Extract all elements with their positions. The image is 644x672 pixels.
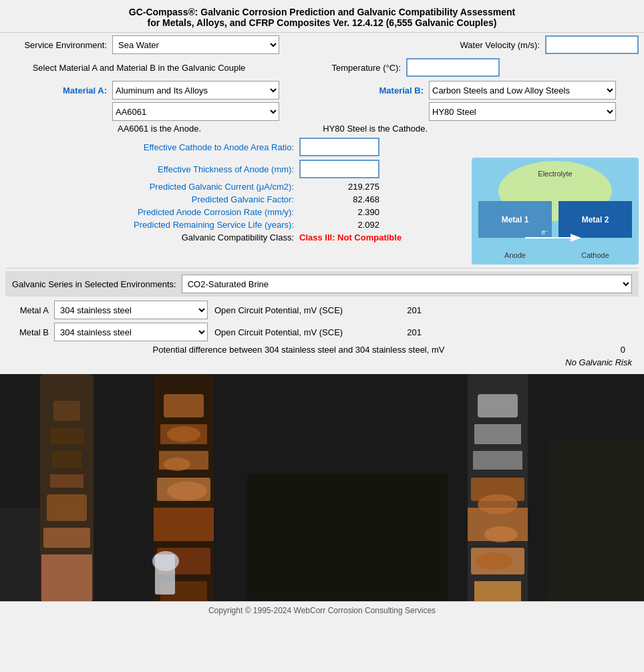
material-select-label: Select Material A and Material B in the … <box>5 63 273 73</box>
svg-text:e⁻: e⁻ <box>542 228 549 236</box>
thickness-row: Effective Thickness of Anode (mm): 5.000 <box>5 160 465 178</box>
no-galvanic-risk: No Galvanic Risk <box>5 357 639 367</box>
galvanic-factor-row: Predicted Galvanic Factor: 82.468 <box>5 194 465 204</box>
material-b-label: Material B: <box>322 86 429 96</box>
metal-a-label: Metal A <box>12 305 49 315</box>
anode-diagram-label: Anode <box>504 251 526 259</box>
galvanic-current-row: Predicted Galvanic Current (μA/cm2): 219… <box>5 182 465 192</box>
remaining-life-row: Predicted Remaining Service Life (years)… <box>5 220 465 230</box>
svg-point-23 <box>167 426 200 442</box>
svg-rect-39 <box>0 508 40 601</box>
svg-rect-10 <box>52 451 82 468</box>
header: GC-Compass®: Galvanic Corrosion Predicti… <box>0 0 644 33</box>
material-a-category-select[interactable]: Aluminum and Its Alloys Carbon Steels an… <box>112 81 279 100</box>
thickness-label: Effective Thickness of Anode (mm): <box>5 164 299 174</box>
svg-rect-42 <box>548 441 644 601</box>
compat-class-label: Galvanic Compatibility Class: <box>5 232 299 242</box>
electrolyte-label: Electrolyte <box>538 170 572 178</box>
anode-text: AA6061 is the Anode. <box>5 124 323 134</box>
svg-rect-40 <box>107 541 140 601</box>
svg-rect-29 <box>478 394 518 417</box>
diagram-svg: Electrolyte Metal 1 Metal 2 e⁻ Anode Cat… <box>472 158 639 265</box>
svg-rect-8 <box>53 401 80 421</box>
svg-rect-31 <box>473 451 522 470</box>
svg-rect-14 <box>41 554 92 601</box>
footer-text: Copyright © 1995-2024 WebCorr Corrosion … <box>208 606 436 615</box>
material-select-row: Select Material A and Material B in the … <box>5 58 639 77</box>
svg-point-36 <box>478 494 518 514</box>
service-env-row: Service Environment: Sea Water Fresh Wat… <box>5 35 639 54</box>
galvanic-series-label: Galvanic Series in Selected Environments… <box>12 279 176 289</box>
svg-point-25 <box>167 482 207 500</box>
svg-rect-30 <box>474 424 521 444</box>
material-b-category-select[interactable]: Carbon Steels and Low Alloy Steels Alumi… <box>429 81 616 100</box>
svg-rect-20 <box>154 508 214 541</box>
galvanic-current-value: 219.275 <box>299 182 379 192</box>
compat-class-row: Galvanic Compatibility Class: Class III:… <box>5 232 465 242</box>
material-specific-row: AA6061 AA2024 AA7075 AA1100 HY80 Steel 1… <box>5 102 639 121</box>
svg-rect-35 <box>474 581 521 601</box>
corrosion-image-area <box>0 374 644 601</box>
remaining-life-label: Predicted Remaining Service Life (years)… <box>5 220 299 230</box>
metal-a-select[interactable]: 304 stainless steel 316 stainless steel … <box>54 301 208 319</box>
galvanic-factor-label: Predicted Galvanic Factor: <box>5 194 299 204</box>
galvanic-current-label: Predicted Galvanic Current (μA/cm2): <box>5 182 299 192</box>
divider1 <box>5 268 639 269</box>
material-b-specific-section: HY80 Steel 1018 Steel 4140 Steel A36 Ste… <box>322 102 639 121</box>
material-b-cat-section: Material B: Carbon Steels and Low Alloy … <box>322 81 639 100</box>
metal-b-label: Metal B <box>12 327 49 337</box>
metal1-label: Metal 1 <box>502 215 529 224</box>
svg-rect-41 <box>247 474 448 601</box>
metal-b-select[interactable]: 304 stainless steel 316 stainless steel … <box>54 323 208 341</box>
ratio-diagram-row: Effective Cathode to Anode Area Ratio: 1… <box>5 138 639 265</box>
galvanic-series-row: Galvanic Series in Selected Environments… <box>5 271 639 297</box>
svg-rect-9 <box>50 428 84 444</box>
temp-input[interactable]: 25.00 <box>406 58 500 77</box>
svg-rect-16 <box>164 394 204 417</box>
ratio-input[interactable]: 14.000 <box>299 138 379 156</box>
material-b-specific-select[interactable]: HY80 Steel 1018 Steel 4140 Steel A36 Ste… <box>429 102 616 121</box>
water-velocity-input[interactable]: 0.000 <box>545 35 639 54</box>
svg-point-38 <box>476 552 513 570</box>
svg-rect-13 <box>43 528 90 548</box>
svg-rect-12 <box>47 494 87 521</box>
material-a-specific-section: AA6061 AA2024 AA7075 AA1100 <box>5 102 322 121</box>
cathode-diagram-label: Cathode <box>581 251 609 259</box>
left-inputs: Effective Cathode to Anode Area Ratio: 1… <box>5 138 465 245</box>
galvanic-factor-value: 82.468 <box>299 194 379 204</box>
thickness-input[interactable]: 5.000 <box>299 160 379 178</box>
metal2-label: Metal 2 <box>582 215 609 224</box>
corrosion-rate-value: 2.390 <box>299 207 379 217</box>
metal-a-ocp-value: 201 <box>381 305 422 315</box>
metal-a-ocp-label: Open Circuit Potential, mV (SCE) <box>214 305 381 315</box>
svg-rect-11 <box>50 474 84 488</box>
potential-diff-value: 0 <box>585 345 625 355</box>
service-env-select[interactable]: Sea Water Fresh Water CO2-Saturated Brin… <box>112 35 279 54</box>
material-a-label: Material A: <box>5 86 112 96</box>
svg-point-37 <box>484 526 518 542</box>
corrosion-rate-label: Predicted Anode Corrosion Rate (mm/y): <box>5 207 299 217</box>
potential-diff-row: Potential difference between 304 stainle… <box>5 345 639 355</box>
material-cat-row: Material A: Aluminum and Its Alloys Carb… <box>5 81 639 100</box>
main-form: Service Environment: Sea Water Fresh Wat… <box>0 33 644 374</box>
cathode-text: HY80 Steel is the Cathode. <box>323 124 639 134</box>
metal-b-ocp-value: 201 <box>381 327 422 337</box>
material-a-cat-section: Material A: Aluminum and Its Alloys Carb… <box>5 81 322 100</box>
galvanic-diagram: Electrolyte Metal 1 Metal 2 e⁻ Anode Cat… <box>472 158 639 265</box>
galvanic-series-select[interactable]: CO2-Saturated Brine Sea Water Fresh Wate… <box>182 275 632 293</box>
footer: Copyright © 1995-2024 WebCorr Corrosion … <box>0 601 644 619</box>
material-a-specific-select[interactable]: AA6061 AA2024 AA7075 AA1100 <box>112 102 279 121</box>
metal-b-ocp-row: Metal B 304 stainless steel 316 stainles… <box>5 323 639 341</box>
svg-point-27 <box>152 551 179 571</box>
compat-class-value: Class III: Not Compatible <box>299 232 433 242</box>
remaining-life-value: 2.092 <box>299 220 379 230</box>
corrosion-rate-row: Predicted Anode Corrosion Rate (mm/y): 2… <box>5 207 465 217</box>
corrosion-image-svg <box>0 374 644 601</box>
metal-a-ocp-row: Metal A 304 stainless steel 316 stainles… <box>5 301 639 319</box>
service-env-label: Service Environment: <box>5 40 112 50</box>
metal-b-ocp-label: Open Circuit Potential, mV (SCE) <box>214 327 381 337</box>
water-velocity-label: Water Velocity (m/s): <box>412 40 545 50</box>
title-line1: GC-Compass®: Galvanic Corrosion Predicti… <box>3 7 641 17</box>
ratio-row: Effective Cathode to Anode Area Ratio: 1… <box>5 138 465 156</box>
title-line2: for Metals, Alloys, and CFRP Composites … <box>3 17 641 28</box>
